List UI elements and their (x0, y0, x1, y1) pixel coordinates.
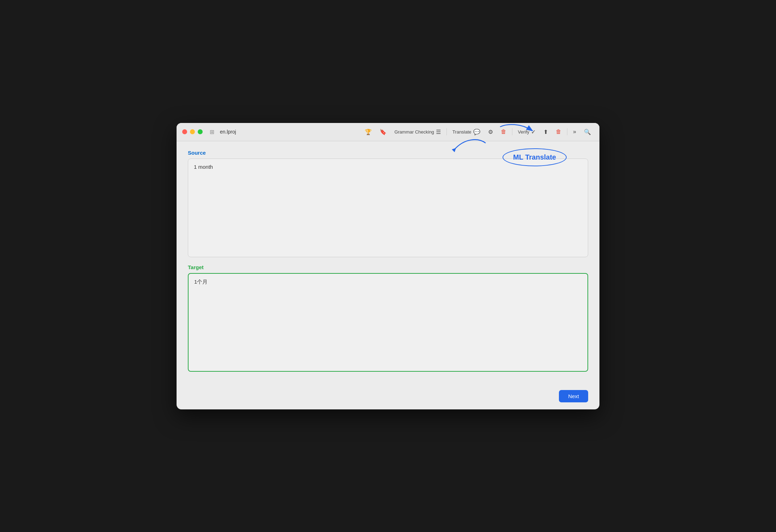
trash-icon-2: 🗑 (556, 129, 561, 135)
main-window: ⊞ en.lproj 🏆 🔖 Grammar Checking ☰ Transl… (177, 123, 599, 409)
next-button[interactable]: Next (559, 390, 588, 402)
source-area: 1 month ML Translate (188, 159, 588, 257)
content-area: Source 1 month ML Transla (177, 141, 599, 387)
divider-1 (446, 128, 447, 135)
target-textbox[interactable]: 1个月 (188, 273, 588, 372)
grammar-checking-label: Grammar Checking (394, 129, 434, 135)
traffic-lights (182, 129, 203, 134)
bottom-bar: Next (177, 387, 599, 409)
target-section-label: Target (188, 264, 588, 270)
search-button[interactable]: 🔍 (581, 127, 594, 137)
more-icon: » (573, 129, 576, 135)
ml-translate-bubble: ML Translate (503, 148, 567, 166)
window-title: en.lproj (220, 129, 236, 135)
delete-button-1[interactable]: 🗑 (498, 127, 509, 136)
ml-translate-label: ML Translate (513, 153, 556, 161)
sidebar-icon: ⊞ (210, 129, 214, 135)
divider-2 (512, 128, 512, 135)
grammar-checking-button[interactable]: Grammar Checking ☰ (392, 127, 444, 137)
toolbar: 🏆 🔖 Grammar Checking ☰ Translate 💬 ⚙ 🗑 (362, 127, 594, 137)
export-button[interactable]: ⬆ (541, 127, 551, 137)
translate-label: Translate (452, 129, 472, 135)
more-button[interactable]: » (570, 127, 579, 136)
gear-icon: ⚙ (488, 129, 493, 135)
titlebar: ⊞ en.lproj 🏆 🔖 Grammar Checking ☰ Transl… (177, 123, 599, 141)
target-content: 1个月 (194, 279, 208, 285)
verify-icon: ✓ (531, 129, 536, 135)
source-content: 1 month (194, 164, 213, 170)
settings-button[interactable]: ⚙ (485, 127, 496, 137)
divider-3 (567, 128, 567, 135)
trophy-button[interactable]: 🏆 (362, 127, 375, 137)
verify-button[interactable]: Verify ✓ (515, 127, 539, 137)
search-icon: 🔍 (584, 129, 591, 135)
translate-icon: 💬 (473, 129, 480, 135)
trash-icon-1: 🗑 (501, 129, 506, 135)
bookmark-button[interactable]: 🔖 (377, 127, 389, 137)
delete-button-2[interactable]: 🗑 (553, 127, 564, 136)
export-icon: ⬆ (543, 129, 548, 135)
close-button[interactable] (182, 129, 187, 134)
fullscreen-button[interactable] (198, 129, 203, 134)
trophy-icon: 🏆 (365, 129, 372, 135)
bookmark-icon: 🔖 (380, 129, 387, 135)
verify-label: Verify (518, 129, 530, 135)
source-textbox[interactable]: 1 month ML Translate (188, 159, 588, 257)
grammar-icon: ☰ (436, 129, 441, 135)
minimize-button[interactable] (190, 129, 195, 134)
translate-button[interactable]: Translate 💬 (450, 127, 483, 137)
